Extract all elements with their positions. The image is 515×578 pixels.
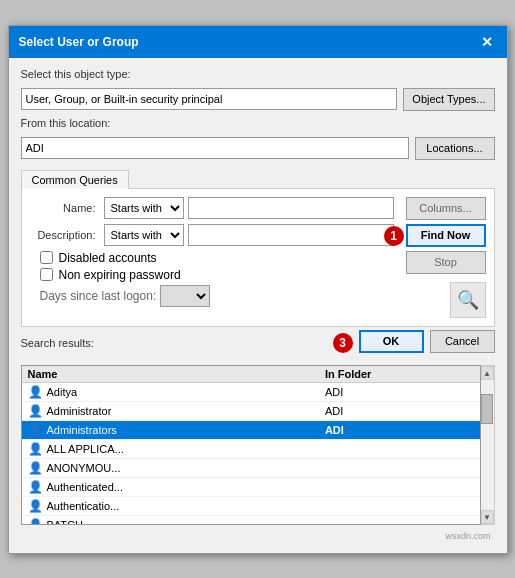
- description-filter-select[interactable]: Starts with: [104, 224, 184, 246]
- table-row[interactable]: 👤Authenticated...: [22, 477, 480, 496]
- results-table: Name In Folder 👤AdityaADI👤AdministratorA…: [22, 366, 480, 525]
- stop-button[interactable]: Stop: [406, 251, 486, 274]
- cell-name: 👤Administrators: [22, 420, 319, 439]
- close-button[interactable]: ✕: [477, 32, 497, 52]
- results-section: Name In Folder 👤AdityaADI👤AdministratorA…: [21, 363, 495, 525]
- table-row[interactable]: 👤AdityaADI: [22, 382, 480, 401]
- ok-wrap: 3 OK: [359, 330, 424, 353]
- side-buttons: Columns... 1 Find Now Stop 🔍: [406, 197, 486, 318]
- scroll-up-arrow[interactable]: ▲: [481, 366, 494, 380]
- non-expiring-label: Non expiring password: [59, 268, 181, 282]
- scrollbar[interactable]: ▲ ▼: [481, 365, 495, 525]
- location-label: From this location:: [21, 117, 495, 129]
- cancel-button[interactable]: Cancel: [430, 330, 495, 353]
- col-name-header: Name: [22, 366, 319, 383]
- dialog-buttons: 3 OK Cancel: [359, 330, 495, 357]
- user-icon: 👤: [28, 442, 43, 456]
- days-row: Days since last logon:: [40, 285, 394, 307]
- watermark: wsxdn.com: [21, 531, 495, 543]
- cell-name: 👤ALL APPLICA...: [22, 439, 319, 458]
- object-type-input[interactable]: [21, 88, 398, 110]
- user-icon: 👤: [28, 404, 43, 418]
- dialog-title: Select User or Group: [19, 35, 139, 49]
- name-filter-select[interactable]: Starts with: [104, 197, 184, 219]
- find-now-button[interactable]: Find Now: [406, 224, 486, 247]
- table-row[interactable]: 👤ANONYMOU...: [22, 458, 480, 477]
- description-row: Description: Starts with: [30, 224, 394, 246]
- cell-folder: [319, 439, 480, 458]
- cell-folder: [319, 477, 480, 496]
- location-row: Locations...: [21, 137, 495, 160]
- col-folder-header: In Folder: [319, 366, 480, 383]
- panel-content: Name: Starts with Description: Starts wi…: [21, 188, 495, 327]
- annotation-3: 3: [333, 333, 353, 353]
- object-type-row: Object Types...: [21, 88, 495, 111]
- cell-folder: [319, 496, 480, 515]
- description-input[interactable]: [188, 224, 394, 246]
- object-type-label: Select this object type:: [21, 68, 495, 80]
- disabled-accounts-row: Disabled accounts: [40, 251, 394, 265]
- user-icon: 👤: [28, 480, 43, 494]
- cell-folder: ADI: [319, 382, 480, 401]
- user-icon: 👤: [28, 385, 43, 399]
- columns-button[interactable]: Columns...: [406, 197, 486, 220]
- name-row: Name: Starts with: [30, 197, 394, 219]
- user-icon: 👤: [28, 461, 43, 475]
- table-row[interactable]: 👤BATCH: [22, 515, 480, 525]
- panel-inner: Name: Starts with Description: Starts wi…: [30, 197, 486, 318]
- cell-name: 👤Authenticated...: [22, 477, 319, 496]
- description-label: Description:: [30, 229, 100, 241]
- user-icon: 👤: [28, 423, 43, 437]
- non-expiring-row: Non expiring password: [40, 268, 394, 282]
- table-row[interactable]: 👤AdministratorsADI: [22, 420, 480, 439]
- common-queries-section: Common Queries Name: Starts with: [21, 170, 495, 327]
- object-types-button[interactable]: Object Types...: [403, 88, 494, 111]
- days-label: Days since last logon:: [40, 289, 157, 303]
- cell-name: 👤Aditya: [22, 382, 319, 401]
- user-icon: 👤: [28, 518, 43, 525]
- panel-form: Name: Starts with Description: Starts wi…: [30, 197, 394, 318]
- scroll-thumb[interactable]: [481, 394, 493, 424]
- cell-folder: [319, 515, 480, 525]
- user-icon: 👤: [28, 499, 43, 513]
- search-icon-button[interactable]: 🔍: [450, 282, 486, 318]
- cell-folder: ADI: [319, 420, 480, 439]
- disabled-accounts-label: Disabled accounts: [59, 251, 157, 265]
- name-label: Name:: [30, 202, 100, 214]
- table-row[interactable]: 👤ALL APPLICA...: [22, 439, 480, 458]
- common-queries-tab[interactable]: Common Queries: [21, 170, 129, 189]
- ok-button[interactable]: OK: [359, 330, 424, 353]
- table-header-row: Name In Folder: [22, 366, 480, 383]
- results-table-wrap[interactable]: Name In Folder 👤AdityaADI👤AdministratorA…: [21, 365, 481, 525]
- location-input[interactable]: [21, 137, 409, 159]
- cell-folder: [319, 458, 480, 477]
- cell-name: 👤Administrator: [22, 401, 319, 420]
- annotation-1: 1: [384, 226, 404, 246]
- table-row[interactable]: 👤Authenticatio...: [22, 496, 480, 515]
- scroll-track: [481, 424, 494, 510]
- disabled-accounts-checkbox[interactable]: [40, 251, 53, 264]
- table-row[interactable]: 👤AdministratorADI: [22, 401, 480, 420]
- cell-name: 👤Authenticatio...: [22, 496, 319, 515]
- cell-name: 👤BATCH: [22, 515, 319, 525]
- cell-folder: ADI: [319, 401, 480, 420]
- select-user-dialog: Select User or Group ✕ Select this objec…: [8, 25, 508, 554]
- dialog-body: Select this object type: Object Types...…: [9, 58, 507, 553]
- scroll-down-arrow[interactable]: ▼: [481, 510, 494, 524]
- locations-button[interactable]: Locations...: [415, 137, 495, 160]
- title-bar: Select User or Group ✕: [9, 26, 507, 58]
- find-now-wrap: 1 Find Now: [406, 224, 486, 247]
- days-select[interactable]: [160, 285, 210, 307]
- results-tbody: 👤AdityaADI👤AdministratorADI👤Administrato…: [22, 382, 480, 525]
- cell-name: 👤ANONYMOU...: [22, 458, 319, 477]
- non-expiring-checkbox[interactable]: [40, 268, 53, 281]
- name-input[interactable]: [188, 197, 394, 219]
